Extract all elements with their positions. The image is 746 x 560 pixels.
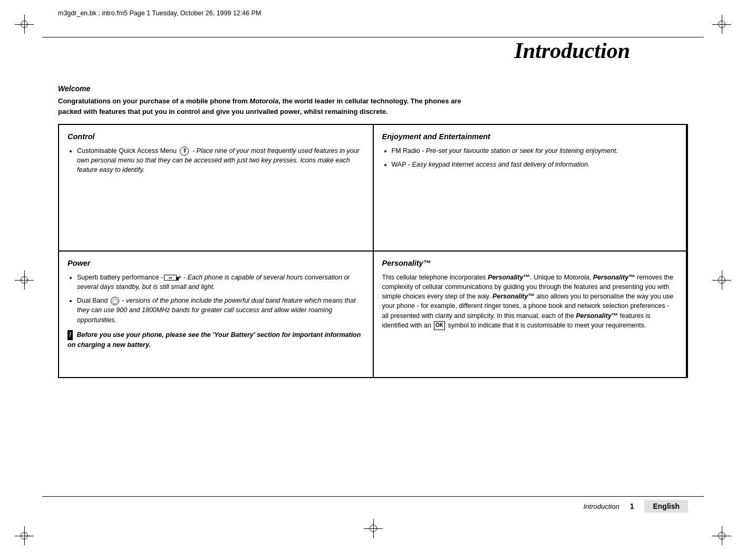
control-list: Customisable Quick Access Menu ⇧ - Place… [67,146,364,175]
enjoyment-item-2: WAP - Easy keypad Internet access and fa… [392,160,678,169]
menu-icon: ⇧ [180,147,189,156]
crosshair-mid-left [15,271,34,289]
control-title: Control [67,132,364,141]
enjoyment-box: Enjoyment and Entertainment FM Radio - P… [373,124,688,251]
enjoyment-item-1: FM Radio - Pre-set your favourite statio… [392,146,678,156]
ok-symbol: OK [434,321,445,330]
crosshair-bottom-right [712,526,731,545]
control-item-1: Customisable Quick Access Menu ⇧ - Place… [77,146,364,175]
power-item-2: Dual Band ◯ - versions of the phone incl… [77,296,364,324]
power-title: Power [67,259,364,267]
warning-icon: ! [67,330,73,340]
welcome-heading: Welcome [58,84,688,93]
crosshair-bottom-center [364,519,383,538]
power-item-1: Superb battery performance -▪▪+ - Each p… [77,273,364,292]
power-box: Power Superb battery performance -▪▪+ - … [59,251,373,378]
personality-text: This cellular telephone incorporates Per… [382,273,678,330]
crosshair-bottom-left [15,526,34,545]
power-item-1-text: Each phone is capable of several hours c… [77,274,350,291]
page-title: Introduction [0,38,688,63]
battery-icon: ▪▪ [164,275,177,281]
dualband-icon: ◯ [111,297,119,305]
welcome-section: Welcome Congratulations on your purchase… [58,84,688,117]
footer-page-number: 1 [630,502,634,510]
crosshair-mid-right [712,271,731,289]
welcome-text: Congratulations on your purchase of a mo… [58,96,688,117]
page-container: m3gdr_en.bk : intro.fm5 Page 1 Tuesday, … [0,0,746,560]
file-info: m3gdr_en.bk : intro.fm5 Page 1 Tuesday, … [58,9,261,17]
header-divider [42,37,704,37]
enjoyment-item-1-text: Pre-set your favourite station or seek f… [426,147,618,155]
enjoyment-item-2-text: Easy keypad Internet access and fast del… [412,161,589,168]
power-warning: ! Before you use your phone, please see … [67,330,364,350]
control-box: Control Customisable Quick Access Menu ⇧… [59,124,373,251]
crosshair-top-left [15,15,34,34]
enjoyment-title: Enjoyment and Entertainment [382,132,678,141]
footer: Introduction 1 English [584,500,688,513]
power-list: Superb battery performance -▪▪+ - Each p… [67,273,364,325]
control-item-1-text: - Place nine of your most frequently use… [77,147,360,173]
personality-title: Personality™ [382,259,678,267]
content-area: Welcome Congratulations on your purchase… [58,84,688,378]
footer-divider [42,496,704,497]
personality-box: Personality™ This cellular telephone inc… [373,251,688,378]
motorola-brand: Motorola [249,97,278,105]
footer-section-label: Introduction [584,503,619,510]
enjoyment-list: FM Radio - Pre-set your favourite statio… [382,146,678,169]
feature-grid: Control Customisable Quick Access Menu ⇧… [58,124,688,378]
footer-language: English [644,500,688,513]
crosshair-top-right [712,15,731,34]
